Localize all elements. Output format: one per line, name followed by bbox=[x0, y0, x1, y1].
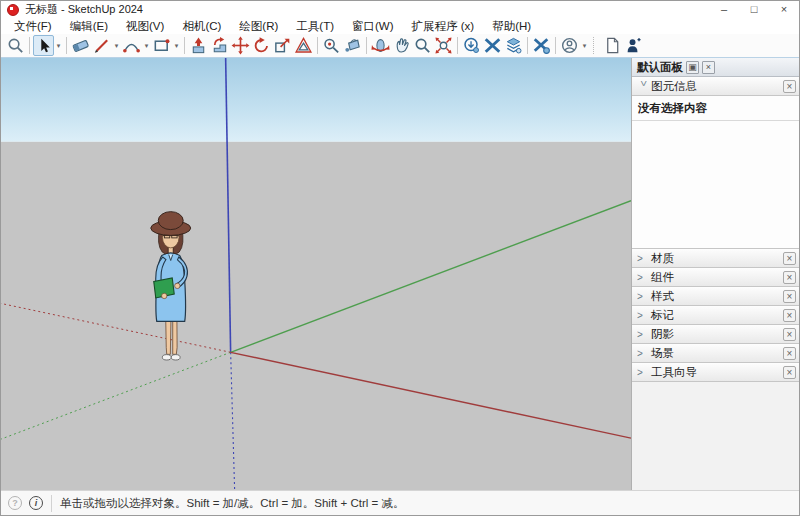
account-dropdown-icon[interactable]: ▾ bbox=[580, 35, 589, 56]
ground bbox=[1, 142, 631, 490]
search-tool-icon[interactable] bbox=[5, 35, 26, 56]
menu-view[interactable]: 视图(V) bbox=[117, 19, 173, 34]
no-selection-message: 没有选择内容 bbox=[632, 96, 799, 120]
geolocation-icon[interactable]: ? bbox=[8, 496, 22, 510]
select-tool-icon[interactable] bbox=[33, 35, 54, 56]
rotate-tool-icon[interactable] bbox=[251, 35, 272, 56]
app-window: 无标题 - SketchUp 2024 – □ × 文件(F) 编辑(E) 视图… bbox=[0, 0, 800, 516]
pin-icon[interactable]: ▣ bbox=[686, 61, 699, 74]
menu-draw[interactable]: 绘图(R) bbox=[230, 19, 287, 34]
section-close-icon[interactable]: × bbox=[783, 347, 796, 360]
sketchup-logo-icon bbox=[7, 4, 19, 16]
toolbar-separator bbox=[66, 37, 67, 54]
section-shadows[interactable]: > 阴影 × bbox=[632, 325, 799, 344]
paint-bucket-tool-icon[interactable] bbox=[342, 35, 363, 56]
modeling-viewport[interactable] bbox=[1, 58, 631, 490]
toolbar-separator bbox=[527, 37, 528, 54]
arc-tool-icon[interactable] bbox=[121, 35, 142, 56]
section-instructor[interactable]: > 工具向导 × bbox=[632, 363, 799, 382]
select-dropdown-icon[interactable]: ▾ bbox=[54, 35, 63, 56]
push-pull-tool-icon[interactable] bbox=[188, 35, 209, 56]
toolbar-separator bbox=[366, 37, 367, 54]
section-close-icon[interactable]: × bbox=[783, 366, 796, 379]
menu-window[interactable]: 窗口(W) bbox=[343, 19, 403, 34]
section-label: 图元信息 bbox=[651, 79, 697, 94]
chevron-right-icon: > bbox=[637, 271, 649, 283]
scale-tool-icon[interactable] bbox=[272, 35, 293, 56]
section-label: 样式 bbox=[651, 289, 674, 304]
chevron-right-icon: > bbox=[637, 252, 649, 264]
close-button[interactable]: × bbox=[769, 1, 799, 18]
main-area: 默认面板 ▣ × > 图元信息 × 没有选择内容 > 材质 × bbox=[1, 58, 799, 490]
menu-file[interactable]: 文件(F) bbox=[5, 19, 61, 34]
status-message: 单击或拖动以选择对象。Shift = 加/减。Ctrl = 加。Shift + … bbox=[60, 496, 404, 511]
section-entity-info[interactable]: > 图元信息 × bbox=[632, 77, 799, 96]
toolbar-separator bbox=[457, 37, 458, 54]
section-materials[interactable]: > 材质 × bbox=[632, 249, 799, 268]
3d-warehouse-icon[interactable] bbox=[461, 35, 482, 56]
menu-extensions[interactable]: 扩展程序 (x) bbox=[403, 19, 484, 34]
maximize-button[interactable]: □ bbox=[739, 1, 769, 18]
pan-tool-icon[interactable] bbox=[391, 35, 412, 56]
default-tray-panel: 默认面板 ▣ × > 图元信息 × 没有选择内容 > 材质 × bbox=[631, 58, 799, 490]
section-label: 组件 bbox=[651, 270, 674, 285]
line-dropdown-icon[interactable]: ▾ bbox=[112, 35, 121, 56]
offset-tool-icon[interactable] bbox=[293, 35, 314, 56]
menu-help[interactable]: 帮助(H) bbox=[483, 19, 540, 34]
section-close-icon[interactable]: × bbox=[783, 309, 796, 322]
section-close-icon[interactable]: × bbox=[783, 290, 796, 303]
add-person-icon[interactable] bbox=[623, 35, 644, 56]
section-label: 工具向导 bbox=[651, 365, 697, 380]
zoom-tool-icon[interactable] bbox=[412, 35, 433, 56]
toolbar-separator bbox=[184, 37, 185, 54]
zoom-extents-tool-icon[interactable] bbox=[433, 35, 454, 56]
menu-bar: 文件(F) 编辑(E) 视图(V) 相机(C) 绘图(R) 工具(T) 窗口(W… bbox=[1, 18, 799, 34]
panel-title: 默认面板 bbox=[637, 60, 683, 75]
orbit-tool-icon[interactable] bbox=[370, 35, 391, 56]
toolbar-separator bbox=[555, 37, 556, 54]
eraser-tool-icon[interactable] bbox=[70, 35, 91, 56]
window-title: 无标题 - SketchUp 2024 bbox=[25, 2, 143, 17]
rectangle-dropdown-icon[interactable]: ▾ bbox=[172, 35, 181, 56]
section-styles[interactable]: > 样式 × bbox=[632, 287, 799, 306]
panel-header: 默认面板 ▣ × bbox=[632, 58, 799, 77]
toolbar: ▾ ▾ ▾ ▾ bbox=[1, 34, 799, 58]
section-close-icon[interactable]: × bbox=[783, 271, 796, 284]
rectangle-tool-icon[interactable] bbox=[151, 35, 172, 56]
section-label: 阴影 bbox=[651, 327, 674, 342]
section-tags[interactable]: > 标记 × bbox=[632, 306, 799, 325]
extension-manager-icon[interactable] bbox=[531, 35, 552, 56]
divider bbox=[51, 495, 52, 512]
menu-edit[interactable]: 编辑(E) bbox=[61, 19, 117, 34]
line-tool-icon[interactable] bbox=[91, 35, 112, 56]
panel-close-icon[interactable]: × bbox=[702, 61, 715, 74]
toolbar-grip[interactable] bbox=[593, 37, 598, 54]
window-controls: – □ × bbox=[709, 1, 799, 18]
chevron-right-icon: > bbox=[637, 347, 649, 359]
exchange-x-icon[interactable] bbox=[482, 35, 503, 56]
viewport-scene bbox=[1, 58, 631, 490]
new-file-icon[interactable] bbox=[602, 35, 623, 56]
panel-filler bbox=[632, 382, 799, 490]
menu-camera[interactable]: 相机(C) bbox=[173, 19, 230, 34]
chevron-right-icon: > bbox=[637, 366, 649, 378]
info-icon[interactable]: i bbox=[29, 496, 43, 510]
account-icon[interactable] bbox=[559, 35, 580, 56]
status-bar: ? i 单击或拖动以选择对象。Shift = 加/减。Ctrl = 加。Shif… bbox=[1, 490, 799, 515]
follow-me-tool-icon[interactable] bbox=[209, 35, 230, 56]
section-components[interactable]: > 组件 × bbox=[632, 268, 799, 287]
arc-dropdown-icon[interactable]: ▾ bbox=[142, 35, 151, 56]
share-layers-icon[interactable] bbox=[503, 35, 524, 56]
menu-tools[interactable]: 工具(T) bbox=[287, 19, 343, 34]
chevron-right-icon: > bbox=[637, 290, 649, 302]
section-close-icon[interactable]: × bbox=[783, 80, 796, 93]
entity-info-content: 没有选择内容 bbox=[632, 96, 799, 249]
section-close-icon[interactable]: × bbox=[783, 328, 796, 341]
section-close-icon[interactable]: × bbox=[783, 252, 796, 265]
minimize-button[interactable]: – bbox=[709, 1, 739, 18]
tape-measure-tool-icon[interactable] bbox=[321, 35, 342, 56]
section-label: 标记 bbox=[651, 308, 674, 323]
section-scenes[interactable]: > 场景 × bbox=[632, 344, 799, 363]
sky bbox=[1, 58, 631, 142]
move-tool-icon[interactable] bbox=[230, 35, 251, 56]
